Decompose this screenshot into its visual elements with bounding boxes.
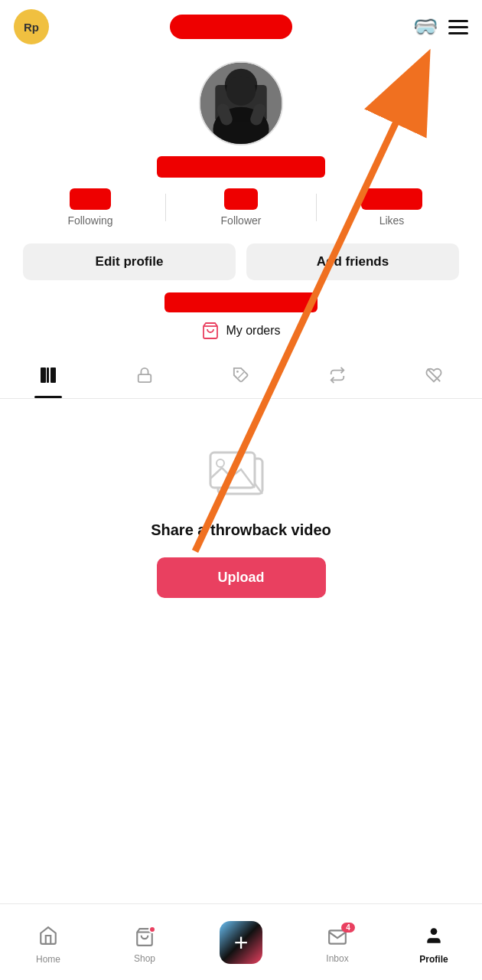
top-right-icons: 🥽 (413, 15, 468, 39)
follower-label: Follower (221, 214, 262, 227)
stats-row: Following Follower Likes (15, 185, 467, 230)
rp-label: Rp (24, 21, 39, 34)
content-area: Share a throwback video Upload (0, 399, 482, 629)
follower-stat[interactable]: Follower (166, 185, 316, 230)
my-orders-label: My orders (226, 324, 280, 338)
svg-rect-12 (50, 368, 56, 383)
bio-blur (164, 292, 318, 312)
username-blur (157, 156, 325, 178)
bottom-nav: Home Shop 4 Inbox (0, 903, 482, 980)
tab-lock[interactable] (96, 355, 193, 398)
following-count-blur (70, 188, 111, 210)
empty-state-title: Share a throwback video (151, 521, 331, 539)
svg-rect-13 (138, 374, 151, 382)
svg-rect-10 (41, 368, 46, 383)
home-label: Home (36, 954, 60, 965)
likes-stat[interactable]: Likes (317, 185, 467, 230)
shop-notification-dot (148, 926, 156, 933)
nav-profile[interactable]: Profile (386, 920, 482, 965)
add-friends-button[interactable]: Add friends (246, 243, 459, 280)
svg-rect-11 (47, 368, 49, 383)
avatar (199, 61, 283, 145)
svg-point-6 (226, 76, 256, 106)
create-button[interactable] (220, 921, 262, 964)
inbox-badge-wrap: 4 (327, 927, 347, 950)
home-icon (38, 926, 58, 951)
inbox-badge-count: 4 (341, 923, 355, 933)
following-stat[interactable]: Following (15, 185, 165, 230)
nav-inbox[interactable]: 4 Inbox (289, 921, 386, 964)
lock-icon (136, 367, 153, 388)
tabs-row (0, 355, 482, 399)
svg-rect-19 (210, 452, 255, 488)
profile-section: Following Follower Likes Edit profile Ad… (0, 54, 482, 355)
shop-icon-wrap (135, 927, 155, 950)
likes-label: Likes (379, 214, 405, 227)
profile-icon (424, 926, 444, 951)
grid-icon (39, 366, 57, 389)
nav-home[interactable]: Home (0, 920, 96, 965)
repost-icon (329, 367, 346, 388)
nav-shop[interactable]: Shop (96, 921, 193, 964)
upload-button[interactable]: Upload (157, 557, 326, 598)
tab-tag[interactable] (193, 355, 289, 398)
throwback-icon (207, 445, 275, 506)
tab-grid[interactable] (0, 355, 96, 398)
edit-profile-button[interactable]: Edit profile (23, 243, 236, 280)
bag-icon (201, 322, 220, 340)
action-buttons: Edit profile Add friends (15, 243, 467, 280)
username-topbar-blur (170, 15, 292, 39)
glasses-icon[interactable]: 🥽 (413, 15, 438, 39)
shop-label: Shop (134, 953, 155, 964)
top-bar: Rp 🥽 (0, 0, 482, 54)
follower-count-blur (224, 188, 258, 210)
inbox-label: Inbox (326, 953, 348, 964)
tab-like[interactable] (386, 355, 482, 398)
menu-icon[interactable] (448, 20, 468, 34)
my-orders[interactable]: My orders (201, 322, 280, 340)
svg-point-22 (431, 928, 438, 935)
svg-line-15 (238, 372, 243, 377)
following-label: Following (67, 214, 112, 227)
likes-count-blur (361, 188, 422, 210)
profile-label: Profile (419, 954, 448, 965)
tab-repost[interactable] (289, 355, 386, 398)
rp-badge[interactable]: Rp (14, 9, 49, 44)
tag-icon (233, 367, 249, 388)
heart-icon (425, 367, 442, 388)
nav-create[interactable] (193, 921, 289, 964)
